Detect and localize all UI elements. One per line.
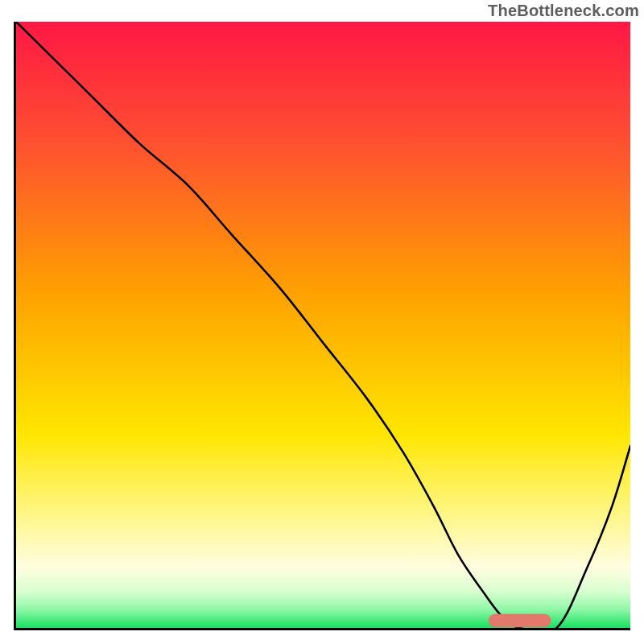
chart-svg	[16, 22, 630, 628]
stage: TheBottleneck.com	[0, 0, 644, 644]
watermark-text: TheBottleneck.com	[488, 2, 639, 20]
chart-plot-area	[14, 22, 630, 630]
